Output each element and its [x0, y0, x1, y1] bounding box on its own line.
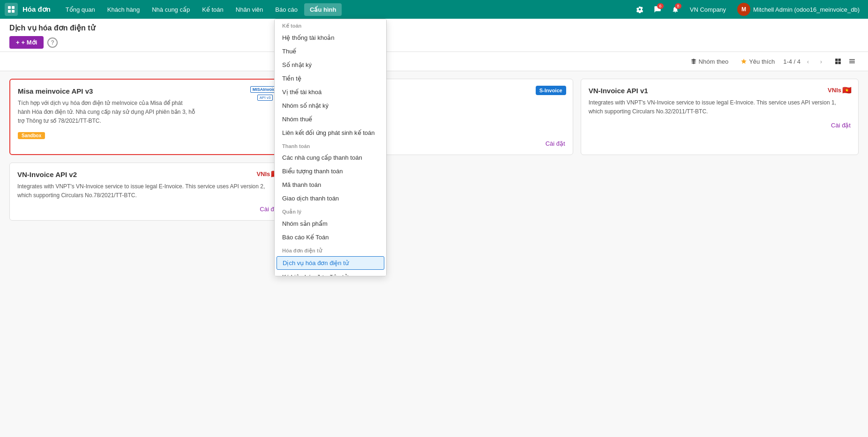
svg-rect-10	[849, 62, 855, 63]
subheader: Nhóm theo Yêu thích 1-4 / 4 ‹ ›	[0, 52, 868, 71]
menu-nhom-san-pham[interactable]: Nhóm sản phẩm	[275, 217, 386, 228]
new-button-label: + Mới	[22, 39, 37, 46]
section-quan-ly: Quản lý	[275, 205, 386, 217]
vninvoice-logo-partial: VNIs 🇻🇳	[828, 86, 852, 95]
menu-thue[interactable]: Thuế	[275, 44, 386, 58]
nav-nha-cung-cap[interactable]: Nhà cung cấp	[146, 3, 195, 16]
nav-khach-hang[interactable]: Khách hàng	[102, 3, 145, 16]
top-navigation: Hóa đơn Tổng quan Khách hàng Nhà cung cấ…	[0, 0, 868, 19]
svg-rect-9	[849, 61, 855, 62]
nav-items: Tổng quan Khách hàng Nhà cung cấp Kế toá…	[60, 3, 631, 16]
card-install-vninvoice-v2: Cài đặt	[17, 206, 279, 213]
section-ke-toan: Kế toán	[275, 19, 386, 31]
card-title-misa: Misa meinvoice API v3	[18, 87, 279, 95]
card-misa[interactable]: MISAInvoice API v3 Misa meinvoice API v3…	[9, 79, 287, 155]
menu-vi-the-tai-khoa[interactable]: Vị thế tài khoá	[275, 85, 386, 99]
avatar: M	[737, 3, 750, 16]
pagination: 1-4 / 4 ‹ ›	[783, 56, 827, 67]
sinvoice-logo: S-Invoice	[536, 86, 566, 95]
menu-so-nhat-ky[interactable]: Số nhật ký	[275, 58, 386, 72]
cards-grid: MISAInvoice API v3 Misa meinvoice API v3…	[9, 79, 859, 221]
content-area: MISAInvoice API v3 Misa meinvoice API v3…	[0, 71, 868, 228]
svg-rect-0	[8, 6, 11, 9]
menu-he-thong-tai-khoan[interactable]: Hệ thống tài khoản	[275, 31, 386, 44]
svg-rect-5	[838, 59, 841, 61]
company-name: VN Company	[690, 6, 726, 13]
user-profile[interactable]: M Mitchell Admin (odoo16_meinvoice_db)	[733, 1, 863, 18]
card-desc-misa: Tích hợp với dịch vụ hóa đơn điện tử meI…	[18, 99, 196, 126]
card-install-vninvoice-partial: Cài đặt	[589, 122, 851, 129]
nav-nhan-vien[interactable]: Nhân viên	[230, 3, 269, 16]
nav-bao-cao[interactable]: Báo cáo	[269, 3, 303, 16]
user-name: Mitchell Admin (odoo16_meinvoice_db)	[753, 6, 860, 13]
right-icons: 6 8 VN Company M Mitchell Admin (odoo16_…	[633, 1, 863, 18]
svg-rect-3	[12, 10, 15, 13]
config-dropdown-menu: Kế toán Hệ thống tài khoản Thuế Số nhật …	[274, 19, 387, 228]
sandbox-badge: Sandbox	[18, 132, 45, 139]
list-view-button[interactable]	[846, 55, 859, 68]
svg-rect-7	[838, 62, 841, 64]
pagination-text: 1-4 / 4	[783, 58, 801, 65]
card-footer-misa: Sandbox	[18, 132, 279, 139]
install-link-vninvoice-partial[interactable]: Cài đặt	[831, 122, 851, 129]
kanban-view-button[interactable]	[831, 55, 845, 68]
page-title: Dịch vụ hóa đơn điện tử	[9, 23, 859, 32]
menu-nha-cung-cap-thanh-toan[interactable]: Các nhà cung cấp thanh toán	[275, 151, 386, 164]
subheader-actions: Nhóm theo Yêu thích 1-4 / 4 ‹ ›	[687, 55, 859, 68]
svg-rect-8	[849, 59, 855, 60]
group-by-button[interactable]: Nhóm theo	[687, 56, 733, 67]
plus-icon: +	[16, 39, 20, 46]
activity-icon[interactable]: 8	[668, 2, 682, 16]
favorites-label: Yêu thích	[749, 58, 775, 65]
card-title-vninvoice-partial: VN-Invoice API v1	[589, 87, 851, 95]
menu-giao-dich-thanh-toan[interactable]: Giao dịch thanh toán	[275, 192, 386, 205]
menu-nhom-so-nhat-ky[interactable]: Nhóm số nhật ký	[275, 99, 386, 112]
svg-rect-1	[12, 6, 15, 9]
help-icon[interactable]: ?	[47, 37, 58, 48]
app-grid-icon[interactable]	[5, 3, 18, 16]
toolbar: + + Mới ?	[9, 36, 859, 49]
menu-ma-thanh-toan[interactable]: Mã thanh toán	[275, 178, 386, 192]
page-header: Dịch vụ hóa đơn điện tử + + Mới ?	[0, 19, 868, 52]
menu-tien-te[interactable]: Tiền tệ	[275, 72, 386, 85]
new-button[interactable]: + + Mới	[9, 36, 44, 49]
chat-icon[interactable]: 6	[651, 2, 665, 16]
view-toggle	[831, 55, 859, 68]
next-page-button[interactable]: ›	[816, 56, 827, 67]
card-desc-vninvoice-partial: Integrates with VNPT's VN-Invoice servic…	[589, 98, 851, 116]
favorites-button[interactable]: Yêu thích	[737, 56, 778, 67]
app-title: Hóa đơn	[22, 5, 51, 14]
nav-ke-toan[interactable]: Kế toán	[196, 3, 229, 16]
svg-rect-2	[8, 10, 11, 13]
settings-icon[interactable]	[633, 2, 647, 16]
svg-rect-4	[835, 59, 838, 61]
card-title-vninvoice-v2: VN-Invoice API v2	[17, 170, 279, 178]
menu-nhom-thue[interactable]: Nhóm thuế	[275, 112, 386, 126]
nav-cau-hinh[interactable]: Cấu hình	[304, 3, 342, 16]
nav-tong-quan[interactable]: Tổng quan	[60, 3, 101, 16]
section-thanh-toan: Thanh toán	[275, 140, 386, 151]
card-vninvoice-v2[interactable]: VNIs 🇻🇳 VN-Invoice API v2 Integrates wit…	[9, 163, 287, 221]
card-desc-vninvoice-v2: Integrates with VNPT's VN-Invoice servic…	[17, 182, 279, 200]
prev-page-button[interactable]: ‹	[802, 56, 814, 67]
group-by-label: Nhóm theo	[699, 58, 729, 65]
menu-lien-ket-doi-ung[interactable]: Liên kết đối ứng phát sinh kế toán	[275, 126, 386, 140]
menu-bieu-tuong-thanh-toan[interactable]: Biểu tượng thanh toán	[275, 164, 386, 178]
install-link-sinvoice[interactable]: Cài đặt	[546, 140, 565, 147]
svg-rect-6	[835, 62, 838, 64]
card-vninvoice-v1-partial[interactable]: VNIs 🇻🇳 VN-Invoice API v1 Integrates wit…	[581, 79, 859, 155]
